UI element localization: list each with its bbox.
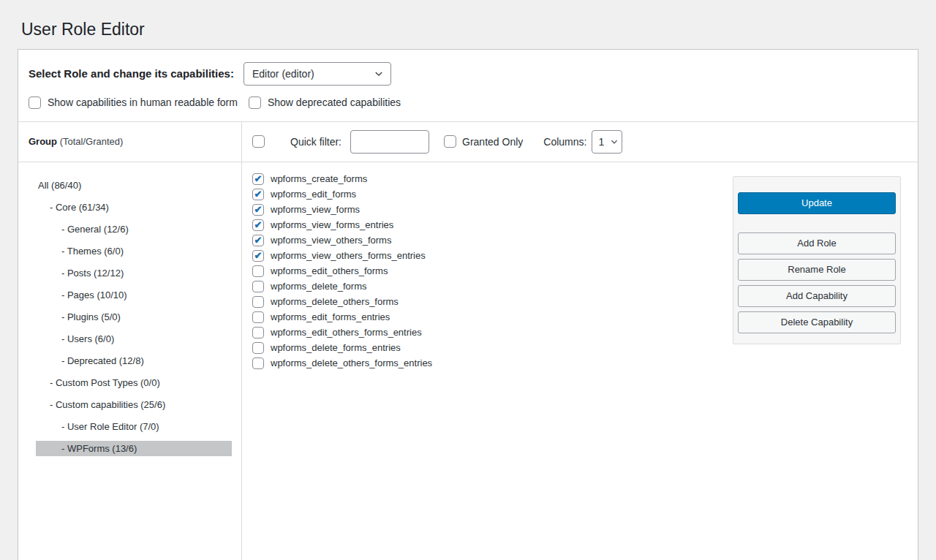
group-header-suffix: (Total/Granted) — [60, 136, 124, 147]
capability-label: wpforms_delete_forms_entries — [271, 342, 401, 353]
group-item-label: - Pages (10/10) — [61, 290, 127, 300]
group-item[interactable]: - Core (61/34) — [36, 200, 232, 215]
capability-label: wpforms_view_forms — [271, 204, 360, 215]
filter-bar: Quick filter: Granted Only Columns: 1 — [242, 122, 918, 162]
capability-checkbox[interactable] — [252, 173, 264, 185]
group-item[interactable]: - Custom capabilities (25/6) — [36, 397, 232, 412]
group-item-label: - Posts (12/12) — [61, 268, 124, 279]
role-select-value: Editor (editor) — [252, 68, 314, 80]
capabilities-area: wpforms_create_forms wpforms_edit_forms … — [242, 162, 918, 560]
capability-label: wpforms_delete_others_forms — [271, 296, 399, 307]
capability-label: wpforms_delete_others_forms_entries — [271, 357, 432, 368]
rename-role-button[interactable]: Rename Role — [738, 259, 896, 281]
capability-checkbox[interactable] — [252, 357, 264, 369]
capability-label: wpforms_edit_others_forms — [271, 265, 388, 276]
group-item-label: - Custom Post Types (0/0) — [50, 377, 160, 388]
actions-panel: Update Add Role Rename Role Add Capabili… — [733, 176, 901, 344]
capability-label: wpforms_edit_others_forms_entries — [271, 327, 422, 338]
group-header-title: Group — [29, 136, 57, 147]
grid-header: Group (Total/Granted) Quick filter: Gran… — [18, 121, 918, 162]
columns-select-value: 1 — [598, 136, 604, 148]
capability-checkbox[interactable] — [252, 281, 264, 292]
add-role-button[interactable]: Add Role — [738, 232, 896, 254]
group-item-label: All (86/40) — [38, 180, 81, 191]
chevron-down-icon — [610, 137, 619, 146]
show-deprecated-checkbox[interactable] — [249, 97, 261, 109]
delete-capability-button[interactable]: Delete Capability — [738, 311, 896, 333]
group-item-label: - General (12/6) — [61, 224, 129, 235]
group-item-label: - Core (61/34) — [50, 202, 109, 213]
display-options-row: Show capabilities in human readable form… — [18, 95, 918, 121]
capability-label: wpforms_delete_forms — [271, 281, 367, 292]
columns-label: Columns: — [543, 136, 586, 148]
quick-filter-input[interactable] — [350, 130, 429, 154]
capability-label: wpforms_view_others_forms — [271, 235, 391, 246]
group-item-label: - Themes (6/0) — [61, 246, 124, 257]
capability-checkbox[interactable] — [252, 265, 264, 277]
group-item[interactable]: - User Role Editor (7/0) — [36, 419, 232, 434]
role-select[interactable]: Editor (editor) — [244, 62, 391, 86]
group-item[interactable]: - WPForms (13/6) — [36, 441, 232, 456]
group-item-label: - Deprecated (12/8) — [61, 355, 144, 366]
columns-select[interactable]: 1 — [592, 130, 622, 154]
capability-label: wpforms_view_others_forms_entries — [271, 250, 426, 261]
group-column-header: Group (Total/Granted) — [18, 122, 242, 162]
capability-checkbox[interactable] — [252, 296, 264, 308]
update-button[interactable]: Update — [738, 192, 896, 214]
granted-only-checkbox[interactable] — [444, 135, 456, 148]
human-readable-label: Show capabilities in human readable form — [48, 97, 238, 108]
capability-checkbox[interactable] — [252, 311, 264, 323]
group-item-label: - Plugins (5/0) — [61, 311, 121, 322]
group-item[interactable]: - Deprecated (12/8) — [36, 353, 232, 368]
granted-only-label: Granted Only — [462, 136, 523, 148]
role-selector-row: Select Role and change its capabilities:… — [18, 50, 918, 95]
capability-checkbox[interactable] — [252, 327, 264, 338]
show-deprecated-label: Show deprecated capabilities — [268, 97, 401, 108]
capability-checkbox[interactable] — [252, 250, 264, 262]
select-all-checkbox[interactable] — [252, 135, 265, 148]
group-item-label: - Custom capabilities (25/6) — [50, 399, 165, 410]
capability-row[interactable]: wpforms_delete_others_forms_entries — [252, 357, 907, 369]
capability-checkbox[interactable] — [252, 189, 264, 200]
chevron-down-icon — [374, 69, 384, 79]
groups-tree: All (86/40) - Core (61/34) - General (12… — [18, 162, 242, 560]
role-select-label: Select Role and change its capabilities: — [29, 67, 234, 80]
group-item-label: - WPForms (13/6) — [61, 443, 137, 454]
capability-label: wpforms_create_forms — [271, 173, 367, 184]
group-item[interactable]: - Users (6/0) — [36, 331, 232, 347]
group-item[interactable]: - Pages (10/10) — [36, 287, 232, 303]
add-capability-button[interactable]: Add Capability — [738, 285, 896, 307]
group-item[interactable]: - Custom Post Types (0/0) — [36, 375, 232, 390]
capability-checkbox[interactable] — [252, 219, 264, 231]
quick-filter-label: Quick filter: — [290, 136, 341, 148]
human-readable-option[interactable]: Show capabilities in human readable form — [29, 97, 238, 109]
capability-checkbox[interactable] — [252, 235, 264, 246]
capability-label: wpforms_edit_forms — [271, 189, 356, 200]
main-panel: Select Role and change its capabilities:… — [18, 49, 918, 560]
grid-body: All (86/40) - Core (61/34) - General (12… — [18, 162, 918, 560]
group-item[interactable]: - Posts (12/12) — [36, 265, 232, 281]
group-item[interactable]: All (86/40) — [36, 178, 232, 193]
capability-label: wpforms_view_forms_entries — [271, 219, 393, 230]
capability-checkbox[interactable] — [252, 342, 264, 354]
group-item-label: - User Role Editor (7/0) — [61, 421, 159, 432]
group-item[interactable]: - Plugins (5/0) — [36, 309, 232, 325]
group-item[interactable]: - General (12/6) — [36, 222, 232, 237]
capability-label: wpforms_edit_forms_entries — [271, 311, 390, 322]
capability-checkbox[interactable] — [252, 204, 264, 216]
show-deprecated-option[interactable]: Show deprecated capabilities — [249, 97, 401, 109]
human-readable-checkbox[interactable] — [29, 97, 41, 109]
group-item-label: - Users (6/0) — [61, 333, 114, 344]
group-item[interactable]: - Themes (6/0) — [36, 243, 232, 259]
page-title: User Role Editor — [0, 0, 936, 40]
